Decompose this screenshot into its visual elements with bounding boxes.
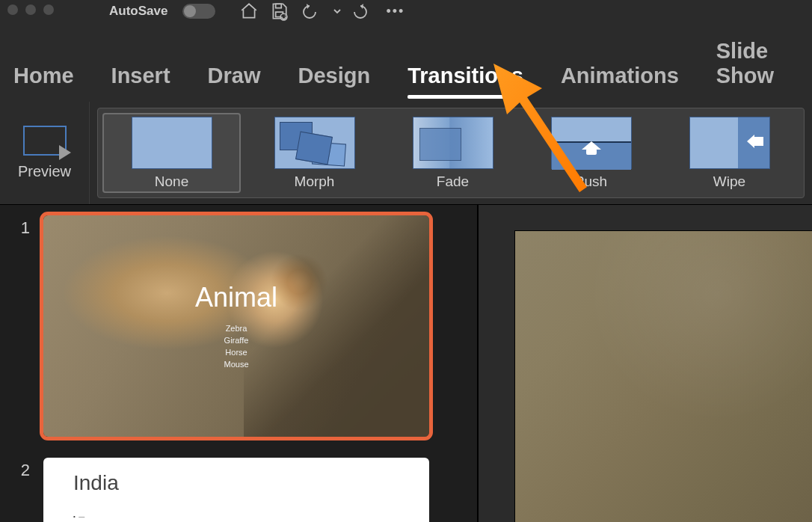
transition-morph[interactable]: Morph	[245, 108, 384, 197]
tab-design[interactable]: Design	[298, 64, 370, 88]
slide-1-item: Zebra	[224, 322, 248, 334]
main-area: 1 Animal Zebra Giraffe Horse Mouse 2 Ind…	[0, 205, 812, 522]
slide-1-title: Animal	[195, 282, 277, 313]
slide-canvas[interactable]	[514, 230, 812, 522]
slide-1-items: Zebra Giraffe Horse Mouse	[224, 322, 248, 370]
ribbon-tabs: Home Insert Draw Design Transitions Anim…	[0, 22, 812, 102]
autosave-toggle[interactable]	[182, 4, 215, 19]
tab-insert[interactable]: Insert	[111, 64, 170, 88]
slide-2-preview: India • —	[43, 458, 429, 522]
slide-2-number: 2	[18, 461, 30, 480]
svg-rect-0	[276, 4, 282, 7]
tab-slideshow[interactable]: Slide Show	[716, 39, 774, 88]
slide-1-item: Mouse	[224, 358, 248, 370]
transition-wipe-thumb	[689, 117, 770, 169]
slide-thumbnail-2[interactable]: 2 India • —	[18, 458, 459, 522]
window-controls	[7, 4, 54, 15]
slide-2-bullets: • —	[73, 513, 399, 520]
title-bar: AutoSave •••	[0, 0, 812, 22]
slide-1-item: Giraffe	[224, 334, 248, 346]
slide-thumbnail-1[interactable]: 1 Animal Zebra Giraffe Horse Mouse	[18, 215, 459, 437]
tab-draw[interactable]: Draw	[208, 64, 261, 88]
transition-push-label: Push	[575, 174, 607, 190]
autosave-label: AutoSave	[109, 4, 167, 19]
preview-icon	[23, 126, 67, 156]
transition-morph-label: Morph	[295, 174, 335, 190]
tab-animations[interactable]: Animations	[561, 64, 679, 88]
close-window-button[interactable]	[7, 4, 18, 15]
ribbon-content: Preview None Morph Fade Push	[0, 102, 812, 205]
transition-fade-thumb	[413, 117, 493, 169]
more-icon[interactable]: •••	[386, 4, 405, 19]
transition-none[interactable]: None	[102, 113, 241, 193]
transition-wipe-label: Wipe	[713, 174, 745, 190]
redo-icon[interactable]	[353, 2, 371, 20]
slide-editor-panel	[479, 205, 812, 522]
minimize-window-button[interactable]	[25, 4, 36, 15]
preview-label: Preview	[18, 163, 71, 180]
transition-push-thumb	[551, 117, 632, 169]
home-icon[interactable]	[239, 1, 259, 21]
undo-icon[interactable]	[299, 2, 322, 20]
slide-1-number: 1	[18, 218, 30, 238]
slide-2-title: India	[73, 471, 399, 495]
undo-dropdown-icon[interactable]	[332, 6, 342, 16]
slide-1-item: Horse	[224, 346, 248, 358]
transitions-gallery: None Morph Fade Push Wipe	[97, 108, 805, 198]
transition-none-thumb	[132, 117, 212, 169]
transition-wipe[interactable]: Wipe	[660, 108, 799, 197]
slide-1-preview: Animal Zebra Giraffe Horse Mouse	[43, 215, 429, 437]
tab-transitions[interactable]: Transitions	[407, 64, 523, 88]
save-icon[interactable]	[269, 1, 289, 21]
transition-push[interactable]: Push	[522, 108, 660, 197]
preview-button[interactable]: Preview	[0, 102, 90, 204]
tab-home[interactable]: Home	[13, 64, 74, 88]
transition-fade[interactable]: Fade	[384, 108, 522, 197]
transition-none-label: None	[155, 174, 188, 190]
transition-morph-thumb	[274, 117, 355, 169]
transition-fade-label: Fade	[437, 174, 469, 190]
maximize-window-button[interactable]	[43, 4, 54, 15]
slide-thumbnail-panel: 1 Animal Zebra Giraffe Horse Mouse 2 Ind…	[0, 205, 479, 522]
